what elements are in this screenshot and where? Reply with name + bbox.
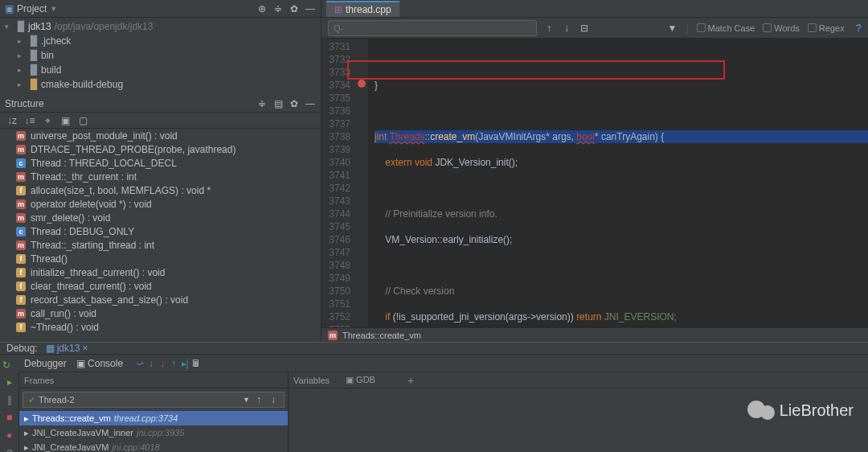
project-tree[interactable]: ▾ ▉ jdk13 /opt/java/openjdk/jdk13 ▸▉.jch… (0, 18, 321, 95)
collapse-icon[interactable]: ≑ (272, 3, 284, 14)
member-icon: f (16, 323, 26, 332)
structure-item[interactable]: fThread() (0, 252, 321, 265)
member-icon: f (16, 186, 26, 195)
sort-vis-icon[interactable]: ↓≡ (24, 115, 35, 126)
view-breakpoints-icon[interactable]: ● (3, 429, 16, 442)
item-label: bin (41, 50, 54, 61)
code-editor[interactable]: 3731373237333734373537363737373837393740… (321, 39, 868, 327)
rerun-icon[interactable]: ↻ (0, 359, 13, 372)
tree-item[interactable]: ▸▉.jcheck (0, 34, 321, 48)
code-text: JDK_Version_init(); (435, 157, 518, 168)
structure-item[interactable]: msmr_delete() : void (0, 211, 321, 224)
variables-label: Variables (293, 376, 330, 385)
breadcrumb[interactable]: m Threads::create_vm (321, 327, 868, 342)
structure-item[interactable]: frecord_stack_base_and_size() : void (0, 293, 321, 306)
member-label: Thread : DEBUG_ONLY (31, 226, 134, 237)
target-icon[interactable]: ⊕ (256, 3, 268, 14)
step-into-icon[interactable]: ↓ (145, 358, 157, 369)
filter-icon[interactable]: ▼ (666, 23, 678, 34)
code-area[interactable]: } jint Threads::create_vm(JavaVMInitArgs… (368, 39, 868, 327)
tree-item[interactable]: ▸▉bin (0, 48, 321, 63)
gear-icon[interactable]: ✿ (289, 3, 300, 14)
next-match-icon[interactable]: ↓ (561, 23, 572, 34)
dropdown-icon[interactable]: ▼ (243, 396, 250, 404)
structure-item[interactable]: muniverse_post_module_init() : void (0, 129, 321, 142)
structure-item[interactable]: fclear_thread_current() : void (0, 279, 321, 293)
step-over-icon[interactable]: ⤻ (134, 358, 145, 369)
hide-icon[interactable]: — (305, 98, 316, 109)
prev-match-icon[interactable]: ↑ (543, 23, 555, 34)
show-inherited-icon[interactable]: ▢ (77, 115, 88, 126)
mute-breakpoints-icon[interactable]: ⊘ (3, 446, 16, 452)
frame-row[interactable]: ▸JNI_CreateJavaVM_inner jni.cpp:3935 (19, 425, 288, 440)
frame-row[interactable]: ▸JNI_CreateJavaVM jni.cpp:4018 (19, 440, 288, 452)
console-tab[interactable]: ▣ Console (72, 356, 128, 371)
editor-tab[interactable]: ⊞ thread.cpp (326, 1, 399, 17)
filter-icon[interactable]: ▤ (272, 98, 284, 109)
thread-selector[interactable]: ✓ Thread-2 ▼ ↑ ↓ (23, 392, 285, 408)
group-icon[interactable]: ⌖ (42, 115, 53, 126)
sort-icon[interactable]: ≑ (256, 98, 268, 109)
folder-icon: ▉ (31, 50, 38, 61)
words-checkbox[interactable]: Words (763, 23, 800, 33)
show-fields-icon[interactable]: ▣ (59, 115, 71, 126)
tree-item[interactable]: ▸▉build (0, 63, 321, 77)
code-text: (JavaVMInitArgs* args, (475, 131, 576, 142)
code-text: VM_Version::early_initialize(); (385, 234, 512, 245)
dropdown-icon[interactable]: ▼ (50, 5, 57, 13)
gear-icon[interactable]: ✿ (289, 98, 300, 109)
structure-item[interactable]: mDTRACE_THREAD_PROBE(probe, javathread) (0, 142, 321, 156)
evaluate-icon[interactable]: 🖩 (190, 358, 202, 369)
sort-az-icon[interactable]: ↓z (6, 115, 18, 126)
structure-item[interactable]: mThread::_starting_thread : int (0, 238, 321, 252)
help-icon[interactable]: ? (856, 23, 862, 34)
structure-item[interactable]: mThread::_thr_current : int (0, 170, 321, 183)
run-to-cursor-icon[interactable]: ▸| (179, 358, 190, 369)
debug-config[interactable]: ▦ jdk13 × (46, 343, 88, 354)
prev-frame-icon[interactable]: ↑ (253, 394, 264, 405)
hide-icon[interactable]: — (305, 3, 316, 14)
debugger-tab[interactable]: Debugger (19, 356, 72, 371)
code-text: JNI_EVERSION; (601, 311, 676, 323)
structure-list[interactable]: muniverse_post_module_init() : voidmDTRA… (0, 129, 321, 342)
gdb-tab[interactable]: ▣ GDB (346, 375, 375, 385)
step-out-icon[interactable]: ↑ (168, 358, 179, 369)
member-label: Thread::_thr_current : int (31, 171, 137, 183)
breakpoint-gutter[interactable] (355, 39, 368, 327)
structure-item[interactable]: cThread : THREAD_LOCAL_DECL (0, 156, 321, 170)
member-label: ~Thread() : void (31, 322, 99, 333)
member-icon: m (16, 199, 26, 209)
member-icon: m (16, 145, 26, 154)
expand-icon[interactable]: ▸ (18, 37, 27, 45)
expand-icon[interactable]: ▸ (18, 66, 27, 74)
force-step-icon[interactable]: ↓ (157, 358, 168, 369)
member-icon: f (16, 254, 26, 264)
structure-item[interactable]: cThread : DEBUG_ONLY (0, 224, 321, 238)
expand-icon[interactable]: ▸ (18, 80, 27, 88)
structure-panel-header: Structure ≑ ▤ ✿ — (0, 95, 321, 113)
debug-label: Debug: (6, 343, 38, 354)
find-input[interactable] (328, 20, 537, 36)
resume-icon[interactable]: ▸ (3, 376, 16, 388)
structure-item[interactable]: mcall_run() : void (0, 306, 321, 320)
tree-root[interactable]: ▾ ▉ jdk13 /opt/java/openjdk/jdk13 (0, 19, 321, 34)
structure-item[interactable]: moperator delete(void *) : void (0, 197, 321, 211)
frame-location: thread.cpp:3734 (114, 413, 178, 423)
regex-checkbox[interactable]: Regex (808, 23, 845, 33)
expand-icon[interactable]: ▸ (18, 51, 27, 60)
structure-item[interactable]: finitialize_thread_current() : void (0, 265, 321, 279)
member-label: clear_thread_current() : void (31, 281, 152, 292)
frame-row[interactable]: ▸Threads::create_vm thread.cpp:3734 (19, 411, 288, 425)
expand-icon[interactable]: ▾ (5, 23, 14, 31)
structure-item[interactable]: fallocate(size_t, bool, MEMFLAGS) : void… (0, 183, 321, 197)
next-frame-icon[interactable]: ↓ (268, 394, 279, 405)
add-watch-icon[interactable]: + (407, 374, 414, 387)
match-case-checkbox[interactable]: Match Case (697, 23, 755, 33)
select-all-icon[interactable]: ⊟ (579, 23, 590, 34)
tree-item[interactable]: ▸▉cmake-build-debug (0, 77, 321, 92)
breakpoint-icon[interactable] (358, 80, 366, 88)
pause-icon[interactable]: ‖ (3, 393, 16, 406)
structure-item[interactable]: f~Thread() : void (0, 320, 321, 334)
stop-icon[interactable]: ■ (3, 411, 16, 424)
member-label: Thread : THREAD_LOCAL_DECL (31, 158, 177, 169)
